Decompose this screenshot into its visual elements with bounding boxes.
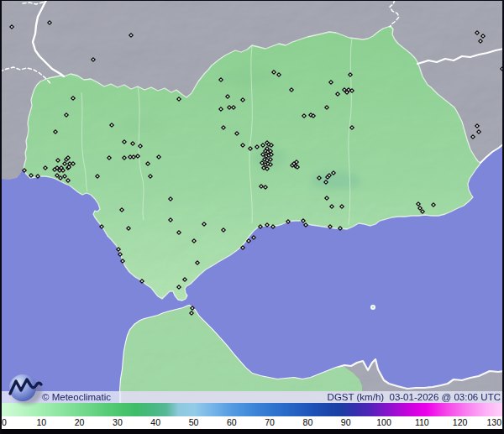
- product-and-time-label: DGST (km/h) 03-01-2026 @ 03:06 UTC: [328, 392, 504, 402]
- weather-map: [0, 0, 504, 434]
- scale-tick-10: 10: [36, 417, 46, 428]
- meteoclimatic-map-page: © Meteoclimatic DGST (km/h) 03-01-2026 @…: [0, 0, 504, 434]
- scale-tick-labels: 0102030405060708090100110120130: [0, 416, 504, 429]
- meteoclimatic-logo[interactable]: [5, 372, 49, 407]
- frame-left: [0, 0, 2, 434]
- alboran-island: [370, 305, 375, 310]
- scale-tick-20: 20: [75, 417, 85, 428]
- frame-top: [0, 0, 504, 1]
- bottom-black-strip: [0, 429, 504, 434]
- scale-tick-130: 130: [486, 417, 501, 428]
- scale-tick-40: 40: [150, 417, 160, 428]
- scale-tick-30: 30: [113, 417, 123, 428]
- scale-tick-50: 50: [189, 417, 199, 428]
- scale-tick-80: 80: [303, 417, 313, 428]
- scale-tick-110: 110: [415, 417, 429, 428]
- scale-tick-0: 0: [2, 417, 7, 428]
- footer-bar: © Meteoclimatic DGST (km/h) 03-01-2026 @…: [0, 391, 504, 403]
- color-scale-legend: [0, 403, 504, 416]
- scale-tick-120: 120: [453, 417, 468, 428]
- scale-tick-90: 90: [341, 417, 351, 428]
- scale-tick-70: 70: [265, 417, 275, 428]
- scale-tick-60: 60: [227, 417, 237, 428]
- scale-tick-100: 100: [376, 417, 391, 428]
